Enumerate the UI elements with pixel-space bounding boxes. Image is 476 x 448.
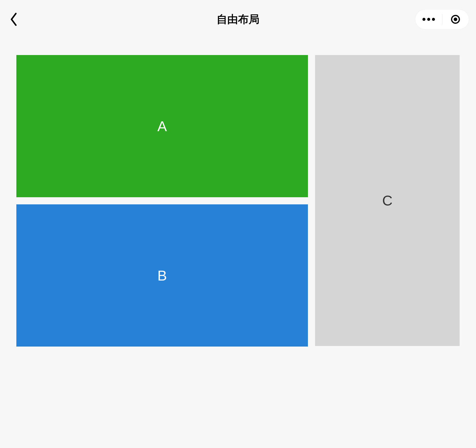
back-button[interactable]: [7, 13, 20, 26]
block-b: B: [16, 204, 308, 347]
block-a: A: [16, 55, 308, 197]
block-c: C: [315, 55, 460, 346]
chevron-left-icon: [10, 13, 18, 26]
block-a-label: A: [157, 118, 167, 134]
capsule-menu: [415, 10, 469, 29]
block-b-label: B: [157, 267, 167, 284]
right-column: C: [315, 55, 460, 347]
layout-content: A B C: [0, 39, 476, 347]
block-c-label: C: [382, 192, 393, 209]
left-column: A B: [16, 55, 308, 347]
page-title: 自由布局: [217, 12, 259, 27]
target-icon: [451, 15, 460, 24]
more-button[interactable]: [415, 10, 442, 29]
more-icon: [422, 18, 435, 21]
close-button[interactable]: [442, 10, 469, 29]
header: 自由布局: [0, 0, 476, 39]
